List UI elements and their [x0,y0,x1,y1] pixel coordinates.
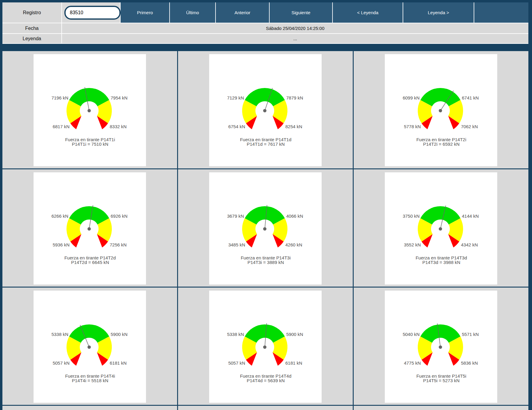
gauge-subtitle: P14T3d = 3988 kN [422,260,460,265]
gauge-label-lower-red: 5057 kN [228,360,245,366]
gauge-cell: 7196 kN 7954 kN 6817 kN 8332 kN Fuerza e… [2,51,177,168]
gauge-label-lower-green: 7196 kN [51,95,68,100]
gauge-label-upper-red: 6181 kN [110,360,127,366]
gauge-label-lower-red: 5057 kN [53,360,70,366]
gauge-label-upper-green: 5900 kN [111,332,128,337]
gauge-panel-P14T3i: 3679 kN 4066 kN 3485 kN 4260 kN Fuerza e… [209,172,322,285]
gauge-label-upper-red: 7062 kN [461,124,478,129]
gauge-label-lower-green: 7129 kN [227,95,244,100]
gauge-cell: 5338 kN 5900 kN 5057 kN 6181 kN Fuerza e… [2,288,177,405]
gauge-label-lower-red: 5936 kN [53,242,70,247]
siguiente-button[interactable]: Siguiente [270,2,332,23]
anterior-button[interactable]: Anterior [216,2,269,23]
gauge-panel-P14T5i: 5040 kN 5571 kN 4775 kN 5836 kN Fuerza e… [385,291,497,403]
leyenda-next-button[interactable]: Leyenda > [403,2,474,23]
registro-input-cell [62,2,120,23]
gauge-label-lower-red: 6817 kN [53,124,70,129]
gauge-needle-hub [263,346,267,349]
gauge-label-upper-green: 6926 kN [111,213,128,219]
gauge-cell: 5040 kN 5571 kN 4775 kN 5836 kN Fuerza e… [354,288,528,405]
registro-label: Registro [2,2,61,23]
gauge-label-lower-green: 3750 kN [403,213,420,219]
gauge-panel-P14T1i: 7196 kN 7954 kN 6817 kN 8332 kN Fuerza e… [34,54,146,166]
gauge-cell-partial [2,406,177,410]
gauge-chart: 3750 kN 4144 kN 3552 kN 4342 kN Fuerza e… [385,172,497,285]
gauge-cell: 3750 kN 4144 kN 3552 kN 4342 kN Fuerza e… [354,169,528,287]
gauge-needle-hub [439,109,442,112]
gauge-cell: 5338 kN 5900 kN 5057 kN 6181 kN Fuerza e… [178,288,353,405]
leyenda-label: Leyenda [2,34,61,43]
gauge-label-lower-green: 3679 kN [227,213,244,219]
gauge-subtitle: P14T1i = 7510 kN [72,142,109,147]
ultimo-button[interactable]: Último [170,2,215,23]
gauge-chart: 6266 kN 6926 kN 5936 kN 7256 kN Fuerza e… [34,172,146,285]
gauge-label-lower-green: 5338 kN [227,332,244,337]
gauge-label-upper-green: 4066 kN [286,213,303,219]
gauge-cell: 6099 kN 6741 kN 5778 kN 7062 kN Fuerza e… [354,51,528,168]
gauge-needle-hub [88,227,91,231]
gauge-label-upper-red: 7256 kN [110,242,127,247]
fecha-row: Fecha Sábado 25/04/2020 14:25:00 [2,23,528,33]
gauge-cell-partial [354,406,528,410]
gauge-chart: 5040 kN 5571 kN 4775 kN 5836 kN Fuerza e… [385,291,497,403]
gauge-subtitle: P14T2d = 6645 kN [71,260,109,265]
gauge-label-upper-green: 4144 kN [462,213,479,219]
gauge-subtitle: P14T4i = 5518 kN [72,378,109,383]
gauge-needle-hub [88,346,91,349]
gauge-chart: 7129 kN 7879 kN 6754 kN 8254 kN Fuerza e… [209,54,322,166]
gauge-label-lower-red: 3552 kN [404,242,421,247]
gauge-subtitle: P14T2i = 6592 kN [423,142,460,147]
gauge-subtitle: P14T4d = 5639 kN [247,378,285,383]
fecha-label: Fecha [2,23,61,33]
gauge-cell: 3679 kN 4066 kN 3485 kN 4260 kN Fuerza e… [178,169,353,287]
gauge-label-lower-red: 5778 kN [404,124,421,129]
gauge-panel-P14T3d: 3750 kN 4144 kN 3552 kN 4342 kN Fuerza e… [385,172,497,285]
gauge-needle-hub [263,227,267,231]
gauge-label-upper-red: 4342 kN [461,242,478,247]
gauge-label-upper-red: 5836 kN [461,360,478,366]
gauge-panel-P14T2d: 6266 kN 6926 kN 5936 kN 7256 kN Fuerza e… [34,172,146,285]
gauge-label-upper-green: 7954 kN [111,95,128,100]
fecha-value: Sábado 25/04/2020 14:25:00 [62,23,528,33]
gauge-needle-hub [88,109,91,112]
gauge-cell: 6266 kN 6926 kN 5936 kN 7256 kN Fuerza e… [2,169,177,287]
gauge-label-lower-green: 5338 kN [51,332,68,337]
gauge-label-upper-red: 8332 kN [110,124,127,129]
gauge-chart: 6099 kN 6741 kN 5778 kN 7062 kN Fuerza e… [385,54,497,166]
registro-input[interactable] [64,6,121,20]
gauge-label-lower-red: 6754 kN [228,124,245,129]
leyenda-prev-button[interactable]: < Leyenda [333,2,403,23]
primero-button[interactable]: Primero [121,2,169,23]
gauge-panel-P14T1d: 7129 kN 7879 kN 6754 kN 8254 kN Fuerza e… [209,54,322,166]
gauge-subtitle: P14T3i = 3889 kN [248,260,284,265]
gauge-label-lower-green: 6099 kN [403,95,420,100]
gauge-needle-hub [439,346,442,349]
gauge-label-lower-red: 3485 kN [228,242,245,247]
leyenda-row: Leyenda ... [2,34,528,43]
gauge-label-upper-green: 7879 kN [286,95,303,100]
gauge-label-upper-red: 8254 kN [285,124,302,129]
gauge-chart: 7196 kN 7954 kN 6817 kN 8332 kN Fuerza e… [34,54,146,166]
gauge-label-lower-green: 5040 kN [403,332,420,337]
gauge-label-upper-green: 5571 kN [462,332,479,337]
gauge-panel-P14T4d: 5338 kN 5900 kN 5057 kN 6181 kN Fuerza e… [209,291,322,403]
leyenda-value: ... [62,34,528,43]
gauge-chart: 3679 kN 4066 kN 3485 kN 4260 kN Fuerza e… [209,172,322,285]
gauge-chart: 5338 kN 5900 kN 5057 kN 6181 kN Fuerza e… [209,291,322,403]
gauge-needle-hub [263,109,267,112]
gauge-label-upper-red: 4260 kN [285,242,302,247]
registro-row: Registro Primero Último Anterior Siguien… [2,2,528,23]
gauge-label-lower-red: 4775 kN [404,360,421,366]
gauge-subtitle: P14T5i = 5273 kN [423,378,460,383]
navigation-toolbar: Registro Primero Último Anterior Siguien… [2,2,528,44]
gauge-subtitle: P14T1d = 7617 kN [247,142,285,147]
toolbar-filler [474,2,528,23]
gauge-cell-partial [178,406,353,410]
gauge-panel-P14T2i: 6099 kN 6741 kN 5778 kN 7062 kN Fuerza e… [385,54,497,166]
gauge-label-upper-red: 6181 kN [285,360,302,366]
gauge-label-upper-green: 6741 kN [462,95,479,100]
gauge-cell: 7129 kN 7879 kN 6754 kN 8254 kN Fuerza e… [178,51,353,168]
gauge-panel-P14T4i: 5338 kN 5900 kN 5057 kN 6181 kN Fuerza e… [34,291,146,403]
gauge-grid: 7196 kN 7954 kN 6817 kN 8332 kN Fuerza e… [2,51,528,410]
gauge-label-lower-green: 6266 kN [51,213,68,219]
